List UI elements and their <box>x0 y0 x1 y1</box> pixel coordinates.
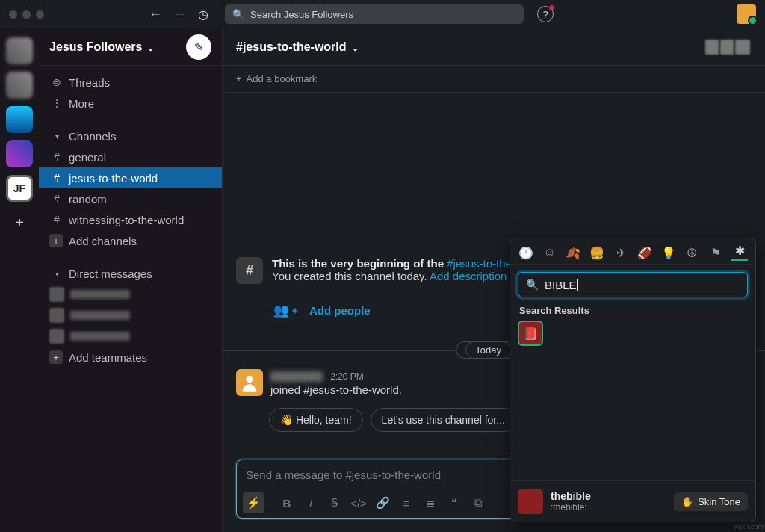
window-controls <box>9 10 44 19</box>
svg-point-0 <box>246 376 253 383</box>
chevron-down-icon: ⌄ <box>352 43 359 52</box>
emoji-preview <box>518 489 543 514</box>
emoji-shortcode: :thebible: <box>551 502 591 513</box>
dm-item[interactable] <box>39 284 222 305</box>
search-icon: 🔍 <box>526 279 539 291</box>
strike-button[interactable]: S̶ <box>324 492 345 513</box>
emoji-tab-travel[interactable]: 🏈 <box>637 244 653 261</box>
plus-icon: + <box>49 350 63 364</box>
hash-icon: # <box>49 214 64 226</box>
dm-header[interactable]: ▾Direct messages <box>39 263 222 284</box>
add-description-link[interactable]: Add description <box>430 270 507 282</box>
channel-jesus-to-the-world[interactable]: #jesus-to-the-world <box>39 167 222 188</box>
suggestion-button[interactable]: Let's use this channel for... <box>371 408 516 432</box>
emoji-tab-activity[interactable]: ✈ <box>613 244 629 261</box>
add-people-icon: 👥﹢ <box>273 302 302 319</box>
message-text: joined #jesus-to-the-world. <box>270 383 402 396</box>
minimize-window[interactable] <box>22 10 31 19</box>
emoji-tab-objects[interactable]: 💡 <box>660 244 677 261</box>
hash-icon: # <box>49 151 64 163</box>
emoji-tab-symbols[interactable]: ☮ <box>684 244 701 261</box>
global-search[interactable]: 🔍 Search Jesus Followers <box>225 4 524 24</box>
emoji-tab-custom[interactable]: ✱ <box>731 244 748 261</box>
search-icon: 🔍 <box>232 9 244 20</box>
dm-item[interactable] <box>39 326 222 347</box>
message-username[interactable] <box>270 371 323 382</box>
add-channels-item[interactable]: +Add channels <box>39 230 222 251</box>
workspace-switch-4[interactable] <box>6 140 33 167</box>
emoji-picker: 🕘 ☺ 🍂 🍔 ✈ 🏈 💡 ☮ ⚑ ✱ 🔍 BIBLE Search Resul… <box>510 238 756 522</box>
forward-icon[interactable]: → <box>173 7 186 22</box>
emoji-tab-people[interactable]: ☺ <box>542 244 558 261</box>
threads-icon: ⊜ <box>49 76 64 88</box>
threads-item[interactable]: ⊜Threads <box>39 72 222 93</box>
emoji-tab-recent[interactable]: 🕘 <box>518 244 534 261</box>
dm-name <box>70 332 130 341</box>
emoji-tab-food[interactable]: 🍔 <box>589 244 605 261</box>
ol-button[interactable]: ≡ <box>396 492 417 513</box>
add-workspace-button[interactable]: + <box>6 209 33 236</box>
emoji-result-thebible[interactable]: 📕 <box>518 321 543 346</box>
hand-icon: ✋ <box>681 496 693 507</box>
watermark: wsxn.com <box>734 523 764 531</box>
help-button[interactable]: ? <box>537 6 554 22</box>
codeblock-button[interactable]: ⧉ <box>468 492 489 513</box>
quote-button[interactable]: ❝ <box>444 492 465 513</box>
workspace-switch-3[interactable] <box>6 106 33 133</box>
search-placeholder: Search Jesus Followers <box>250 9 353 20</box>
emoji-search-input[interactable]: 🔍 BIBLE <box>518 272 748 297</box>
dm-avatar <box>49 329 64 344</box>
more-item[interactable]: ⋮More <box>39 93 222 114</box>
channel-name[interactable]: #jesus-to-the-world ⌄ <box>236 40 359 54</box>
code-button[interactable]: </> <box>348 492 369 513</box>
channel-witnessing[interactable]: #witnessing-to-the-world <box>39 209 222 230</box>
caret-down-icon: ▾ <box>49 270 64 278</box>
emoji-tab-nature[interactable]: 🍂 <box>566 244 582 261</box>
titlebar: ← → ◷ 🔍 Search Jesus Followers ? <box>0 0 765 28</box>
workspace-name: Jesus Followers ⌄ <box>49 40 154 54</box>
history-icon[interactable]: ◷ <box>198 7 208 22</box>
chevron-down-icon: ⌄ <box>147 43 154 52</box>
user-avatar[interactable] <box>737 4 756 24</box>
history-nav: ← → <box>149 7 186 22</box>
workspace-header[interactable]: Jesus Followers ⌄ ✎ <box>39 28 222 66</box>
channel-header: #jesus-to-the-world ⌄ <box>223 28 765 66</box>
sidebar: Jesus Followers ⌄ ✎ ⊜Threads ⋮More ▾Chan… <box>39 28 223 532</box>
emoji-name: thebible <box>551 490 591 502</box>
add-teammates-item[interactable]: +Add teammates <box>39 347 222 368</box>
workspace-rail: JF + <box>0 28 39 532</box>
dm-name <box>70 290 130 299</box>
suggestion-button[interactable]: 👋 Hello, team! <box>269 408 363 432</box>
maximize-window[interactable] <box>36 10 44 19</box>
channel-general[interactable]: #general <box>39 146 222 167</box>
main-pane: #jesus-to-the-world ⌄ +Add a bookmark # … <box>223 28 765 532</box>
compose-button[interactable]: ✎ <box>186 34 211 60</box>
emoji-tab-flags[interactable]: ⚑ <box>707 244 724 261</box>
bold-button[interactable]: B <box>276 492 297 513</box>
workspace-switch-2[interactable] <box>6 72 33 99</box>
dm-name <box>70 311 130 320</box>
link-button[interactable]: 🔗 <box>372 492 393 513</box>
add-bookmark[interactable]: +Add a bookmark <box>223 66 765 93</box>
emoji-footer: thebible :thebible: ✋Skin Tone <box>510 480 755 522</box>
dm-item[interactable] <box>39 305 222 326</box>
workspace-switch-1[interactable] <box>6 37 33 64</box>
message-timestamp: 2:20 PM <box>330 371 364 382</box>
plus-icon: + <box>49 234 63 247</box>
channel-random[interactable]: #random <box>39 188 222 209</box>
hash-icon: # <box>49 193 64 205</box>
emoji-tabs: 🕘 ☺ 🍂 🍔 ✈ 🏈 💡 ☮ ⚑ ✱ <box>510 238 755 265</box>
back-icon[interactable]: ← <box>149 7 162 22</box>
skin-tone-button[interactable]: ✋Skin Tone <box>674 492 748 511</box>
italic-button[interactable]: I <box>300 492 321 513</box>
message-avatar[interactable] <box>236 369 263 396</box>
dm-avatar <box>49 287 64 302</box>
close-window[interactable] <box>9 10 17 19</box>
shortcuts-button[interactable]: ⚡ <box>243 492 264 513</box>
search-results-label: Search Results <box>510 305 755 321</box>
workspace-switch-active[interactable]: JF <box>6 175 33 202</box>
ul-button[interactable]: ≣ <box>420 492 441 513</box>
channels-header[interactable]: ▾Channels <box>39 126 222 146</box>
channel-members[interactable] <box>707 38 752 56</box>
more-icon: ⋮ <box>49 97 64 109</box>
